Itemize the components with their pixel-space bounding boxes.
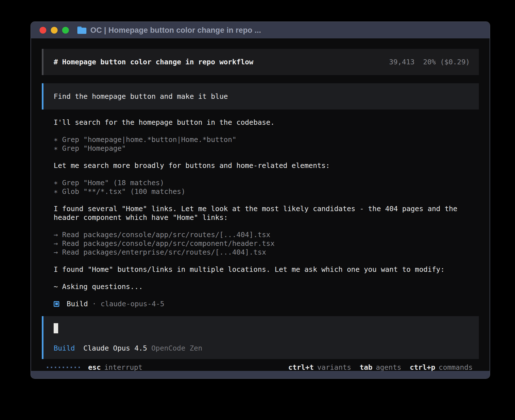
terminal-content: # Homepage button color change in repo w… [31, 38, 490, 371]
tool-call: ∗ Grep "homepage|home.*button|Home.*butt… [54, 135, 479, 144]
session-header: # Homepage button color change in repo w… [42, 49, 479, 75]
spinner-dot [71, 367, 72, 368]
window-title: OC | Homepage button color change in rep… [90, 26, 261, 35]
input-provider: OpenCode Zen [151, 344, 202, 353]
prompt-input[interactable]: Build Claude Opus 4.5 OpenCode Zen [42, 316, 479, 359]
close-button[interactable] [40, 27, 46, 34]
context-cost: 20% ($0.29) [423, 58, 470, 66]
statusbar-left: esc interrupt [47, 363, 143, 371]
spinner-dot [51, 367, 52, 368]
tool-call: ∗ Glob "**/*.tsx" (100 matches) [54, 187, 479, 196]
tool-call: ∗ Grep "Home" (18 matches) [54, 178, 479, 187]
assistant-transcript: I'll search for the homepage button in t… [42, 118, 479, 308]
input-meta: Build Claude Opus 4.5 OpenCode Zen [54, 344, 470, 353]
titlebar[interactable]: OC | Homepage button color change in rep… [31, 22, 490, 38]
spinner-dot [67, 367, 68, 368]
spinner-dots [47, 367, 80, 368]
assistant-text: Let me search more broadly for buttons a… [54, 161, 479, 170]
spinner-dot [75, 367, 76, 368]
shortcut-label: interrupt [104, 363, 142, 371]
tool-calls: ∗ Grep "Home" (18 matches) ∗ Glob "**/*.… [54, 178, 479, 196]
input-agent[interactable]: Build [54, 344, 75, 353]
shortcut-key: ctrl+t [288, 363, 314, 371]
window-footer [31, 371, 490, 378]
agent-status-row: Build · claude-opus-4-5 [54, 299, 479, 308]
tool-call: → Read packages/console/app/src/componen… [54, 239, 479, 248]
tool-call: → Read packages/console/app/src/routes/[… [54, 230, 479, 239]
shortcut-key: tab [360, 363, 372, 371]
spinner-dot [78, 367, 80, 368]
assistant-text: I found "Home" buttons/links in multiple… [54, 265, 479, 274]
tool-call: → Read packages/enterprise/src/routes/[.… [54, 248, 479, 257]
working-status: ~ Asking questions... [54, 282, 479, 291]
spinner-dot [47, 367, 48, 368]
shortcut-label: variants [317, 363, 351, 371]
app-window: OC | Homepage button color change in rep… [31, 22, 490, 378]
token-count: 39,413 [389, 58, 414, 66]
shortcut-label: agents [376, 363, 401, 371]
text-cursor [54, 323, 58, 333]
spinner-dot [63, 367, 64, 368]
shortcut-agents: tab agents [360, 363, 401, 371]
model-id: claude-opus-4-5 [101, 299, 164, 308]
spinner-dot [59, 367, 60, 368]
shortcut-key: esc [88, 363, 101, 371]
shortcut-commands: ctrl+p commands [410, 363, 473, 371]
input-model[interactable]: Claude Opus 4.5 [83, 344, 147, 353]
user-message: Find the homepage button and make it blu… [42, 83, 479, 110]
statusbar-right: ctrl+t variants tab agents ctrl+p comman… [288, 363, 473, 371]
agent-icon [54, 301, 59, 307]
shortcut-variants: ctrl+t variants [288, 363, 351, 371]
assistant-text: I'll search for the homepage button in t… [54, 118, 479, 127]
session-title: # Homepage button color change in repo w… [54, 58, 253, 66]
tool-calls: ∗ Grep "homepage|home.*button|Home.*butt… [54, 135, 479, 153]
shortcut-interrupt: esc interrupt [88, 363, 143, 371]
user-message-text: Find the homepage button and make it blu… [54, 92, 228, 100]
tool-call: ∗ Grep "Homepage" [54, 144, 479, 153]
minimize-button[interactable] [51, 27, 58, 34]
shortcut-key: ctrl+p [410, 363, 435, 371]
agent-name: Build [67, 299, 88, 308]
session-stats: 39,413 20% ($0.29) [389, 58, 470, 66]
assistant-text: I found several "Home" links. Let me loo… [54, 204, 479, 222]
shortcut-label: commands [439, 363, 473, 371]
tool-calls: → Read packages/console/app/src/routes/[… [54, 230, 479, 257]
folder-icon [77, 27, 86, 34]
statusbar: esc interrupt ctrl+t variants tab agents… [42, 363, 479, 371]
spinner-dot [55, 367, 56, 368]
zoom-button[interactable] [62, 27, 69, 34]
dot-separator: · [92, 299, 96, 308]
